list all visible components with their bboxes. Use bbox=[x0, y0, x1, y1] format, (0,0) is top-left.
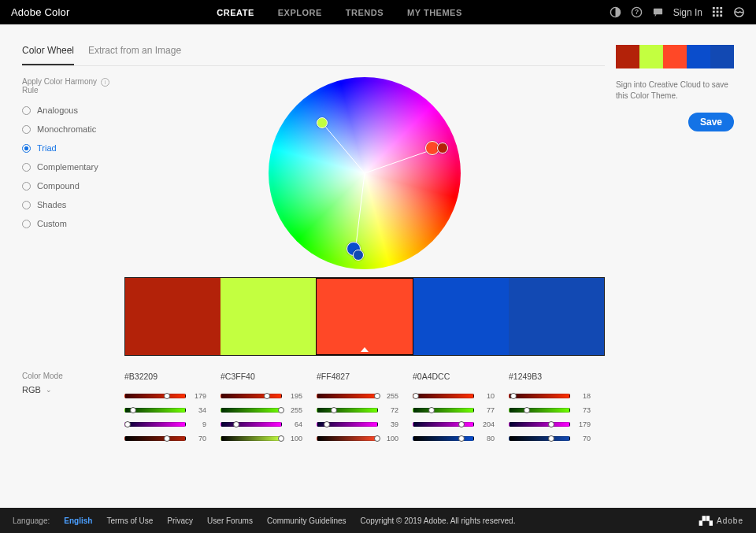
swatch[interactable] bbox=[509, 278, 604, 355]
slider-value[interactable]: 34 bbox=[191, 406, 206, 414]
slider-thumb[interactable] bbox=[524, 407, 530, 413]
slider-value[interactable]: 70 bbox=[575, 435, 591, 442]
color-slider[interactable] bbox=[317, 436, 378, 441]
color-slider[interactable] bbox=[220, 422, 282, 427]
slider-thumb[interactable] bbox=[278, 407, 284, 413]
slider-thumb[interactable] bbox=[428, 407, 435, 413]
color-mode-select[interactable]: RGB ⌄ bbox=[22, 385, 124, 394]
slider-value[interactable]: 9 bbox=[191, 420, 206, 428]
rule-custom[interactable]: Custom bbox=[22, 219, 124, 228]
color-slider[interactable] bbox=[413, 408, 474, 413]
nav-trends[interactable]: TRENDS bbox=[346, 8, 384, 17]
slider-value[interactable]: 204 bbox=[479, 420, 495, 428]
wheel-marker[interactable] bbox=[353, 250, 364, 261]
nav-explore[interactable]: EXPLORE bbox=[278, 8, 322, 17]
slider-thumb[interactable] bbox=[130, 407, 136, 413]
slider-thumb[interactable] bbox=[510, 393, 517, 399]
slider-value[interactable]: 73 bbox=[575, 406, 591, 414]
tab-extract-image[interactable]: Extract from an Image bbox=[88, 45, 181, 65]
footer-privacy[interactable]: Privacy bbox=[167, 516, 193, 525]
color-slider[interactable] bbox=[124, 394, 186, 398]
slider-value[interactable]: 195 bbox=[287, 392, 302, 400]
slider-thumb[interactable] bbox=[458, 435, 465, 442]
color-slider[interactable] bbox=[317, 394, 378, 398]
hex-value[interactable]: #C3FF40 bbox=[220, 372, 317, 381]
color-slider[interactable] bbox=[317, 408, 378, 413]
slider-value[interactable]: 70 bbox=[191, 435, 206, 442]
slider-thumb[interactable] bbox=[374, 435, 380, 442]
slider-thumb[interactable] bbox=[374, 393, 380, 399]
slider-thumb[interactable] bbox=[264, 393, 270, 399]
swatch[interactable] bbox=[220, 278, 316, 355]
color-slider[interactable] bbox=[220, 408, 282, 413]
slider-thumb[interactable] bbox=[324, 421, 330, 428]
slider-value[interactable]: 77 bbox=[479, 406, 495, 414]
nav-my-themes[interactable]: MY THEMES bbox=[407, 8, 462, 17]
slider-value[interactable]: 72 bbox=[383, 406, 398, 414]
slider-value[interactable]: 10 bbox=[479, 392, 495, 400]
hex-value[interactable]: #0A4DCC bbox=[413, 372, 509, 381]
color-slider[interactable] bbox=[317, 422, 378, 427]
color-slider[interactable] bbox=[220, 436, 282, 441]
slider-thumb[interactable] bbox=[548, 421, 554, 428]
slider-thumb[interactable] bbox=[548, 435, 554, 442]
rule-complementary[interactable]: Complementary bbox=[22, 162, 124, 172]
slider-value[interactable]: 100 bbox=[287, 435, 302, 442]
slider-value[interactable]: 18 bbox=[575, 392, 591, 400]
rule-shades[interactable]: Shades bbox=[22, 200, 124, 209]
hex-value[interactable]: #1249B3 bbox=[509, 372, 605, 381]
hex-value[interactable]: #FF4827 bbox=[317, 372, 413, 381]
slider-value[interactable]: 39 bbox=[383, 420, 398, 428]
swatch[interactable] bbox=[125, 278, 220, 355]
language-link[interactable]: English bbox=[64, 516, 92, 525]
slider-thumb[interactable] bbox=[233, 421, 239, 428]
slider-value[interactable]: 64 bbox=[287, 420, 302, 428]
color-slider[interactable] bbox=[509, 422, 570, 427]
slider-thumb[interactable] bbox=[164, 435, 170, 442]
rule-triad[interactable]: Triad bbox=[22, 143, 124, 153]
rule-analogous[interactable]: Analogous bbox=[22, 105, 124, 115]
color-slider[interactable] bbox=[413, 394, 474, 398]
slider-thumb[interactable] bbox=[331, 407, 337, 413]
footer-terms[interactable]: Terms of Use bbox=[106, 516, 153, 525]
color-slider[interactable] bbox=[509, 408, 570, 413]
color-slider[interactable] bbox=[124, 408, 186, 413]
swatch[interactable] bbox=[316, 278, 413, 355]
slider-value[interactable]: 179 bbox=[575, 420, 591, 428]
color-slider[interactable] bbox=[509, 436, 570, 441]
chat-icon[interactable] bbox=[652, 6, 664, 18]
footer-forums[interactable]: User Forums bbox=[207, 516, 253, 525]
apps-icon[interactable] bbox=[712, 6, 724, 18]
slider-value[interactable]: 255 bbox=[287, 406, 302, 414]
wheel-marker[interactable] bbox=[437, 143, 448, 154]
save-button[interactable]: Save bbox=[688, 113, 734, 131]
color-slider[interactable] bbox=[124, 422, 186, 427]
color-slider[interactable] bbox=[413, 436, 474, 441]
slider-thumb[interactable] bbox=[413, 393, 419, 399]
slider-value[interactable]: 179 bbox=[191, 392, 206, 400]
color-wheel[interactable] bbox=[269, 77, 461, 269]
slider-thumb[interactable] bbox=[458, 421, 465, 428]
footer-guidelines[interactable]: Community Guidelines bbox=[267, 516, 346, 525]
nav-create[interactable]: CREATE bbox=[217, 8, 254, 17]
swatch[interactable] bbox=[413, 278, 509, 355]
sign-in[interactable]: Sign In bbox=[673, 7, 702, 18]
color-slider[interactable] bbox=[124, 436, 186, 441]
color-slider[interactable] bbox=[220, 394, 282, 398]
slider-value[interactable]: 100 bbox=[383, 435, 398, 442]
tab-color-wheel[interactable]: Color Wheel bbox=[22, 45, 74, 65]
slider-thumb[interactable] bbox=[124, 421, 131, 428]
wheel-marker[interactable] bbox=[317, 117, 328, 128]
color-slider[interactable] bbox=[509, 394, 570, 398]
slider-value[interactable]: 255 bbox=[383, 392, 398, 400]
cloud-icon[interactable] bbox=[733, 6, 745, 18]
info-icon[interactable]: i bbox=[101, 78, 109, 87]
rule-monochromatic[interactable]: Monochromatic bbox=[22, 124, 124, 134]
slider-thumb[interactable] bbox=[278, 435, 284, 442]
slider-value[interactable]: 80 bbox=[479, 435, 495, 442]
rule-compound[interactable]: Compound bbox=[22, 181, 124, 191]
hex-value[interactable]: #B32209 bbox=[124, 372, 220, 381]
color-slider[interactable] bbox=[413, 422, 474, 427]
slider-thumb[interactable] bbox=[164, 393, 170, 399]
help-icon[interactable]: ? bbox=[631, 6, 643, 18]
